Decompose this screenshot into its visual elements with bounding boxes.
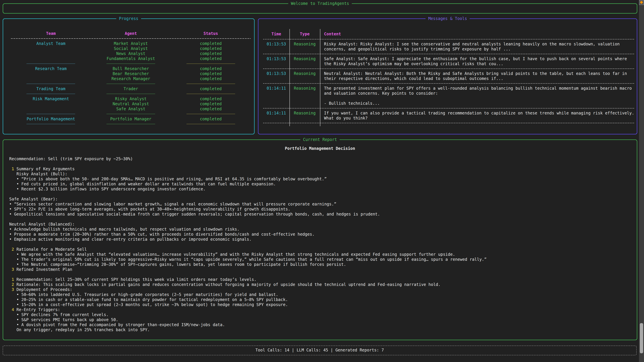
agent-cell: Risky Analyst (91, 96, 171, 101)
status-cell: completed (171, 56, 251, 61)
messages-panel-title: Messages & Tools (426, 16, 470, 21)
message-line: If you want, I can also provide a tactic… (324, 111, 634, 116)
report-line: On any trigger, redeploy in 25% tranches… (9, 327, 637, 332)
separator-line (106, 114, 155, 114)
report-line: • SPY declines 7% from current levels. (9, 312, 637, 317)
separator-cell (91, 81, 171, 86)
report-line: 1 Recommendation: Sell 25–30% of current… (9, 277, 637, 282)
separator-line (26, 63, 75, 64)
progress-table: Team Agent Status Analyst TeamMarket Ana… (11, 31, 251, 126)
message-row: 01:14:11ReasoningThe presented investmen… (263, 84, 634, 108)
list-number: 2 (12, 247, 14, 252)
column-header-type: Type (290, 31, 320, 36)
progress-row: Bear Researchercompleted (11, 71, 251, 76)
message-time: 01:13:53 (263, 41, 290, 46)
agent-cell: Trader (91, 86, 171, 91)
column-header-status: Status (171, 31, 251, 36)
separator-line (26, 94, 75, 94)
scrollbar-thumb[interactable] (640, 323, 643, 353)
report-line: • Propose a moderate trim (20–30%) rathe… (9, 232, 637, 237)
progress-row: Safe Analystcompleted (11, 106, 251, 111)
list-number: 1 (12, 277, 14, 282)
progress-panel: Progress Team Agent Status Analyst TeamM… (3, 18, 254, 134)
separator-cell (11, 81, 91, 86)
agent-cell: News Analyst (91, 51, 171, 56)
separator-cell (91, 61, 171, 66)
report-line: • The Neutral compromise—“trimming 20–30… (9, 262, 637, 267)
status-cell: completed (171, 66, 251, 71)
message-line: What do you think? (324, 116, 634, 121)
report-line (9, 217, 637, 222)
report-line: 1 Summary of Key Arguments (9, 166, 637, 171)
message-time: 01:13:53 (263, 71, 290, 76)
separator-line (186, 114, 235, 114)
message-line: their respective directions, which could… (324, 76, 634, 81)
status-cell: completed (171, 86, 251, 91)
agent-cell: Neutral Analyst (91, 101, 171, 106)
report-line: Safe Analyst (Bear): (9, 197, 637, 202)
separator-line (26, 124, 75, 124)
status-cell: completed (171, 101, 251, 106)
column-header-content: Content (320, 31, 634, 36)
report-line: Risky Analyst (Bull): (9, 171, 637, 176)
record-indicator-icon (640, 1, 643, 4)
column-divider (290, 29, 290, 126)
progress-row: News Analystcompleted (11, 51, 251, 56)
team-cell: Trading Team (11, 86, 91, 91)
message-row: 01:13:53ReasoningNeutral Analyst: Neutra… (263, 69, 634, 84)
team-cell (11, 51, 91, 56)
message-content: Safe Analyst: Safe Analyst: I appreciate… (320, 56, 634, 66)
report-line: 3 Deployment of Proceeds: (9, 287, 637, 292)
header-separator (11, 36, 251, 41)
message-type: Reasoning (290, 86, 320, 91)
message-time: 01:14:11 (263, 111, 290, 116)
welcome-title: Welcome to TradingAgents (288, 1, 352, 6)
report-line (9, 161, 637, 166)
message-content: If you want, I can also provide a tactic… (320, 111, 634, 121)
separator-cell (171, 81, 251, 86)
progress-row: Research TeamBull Researchercompleted (11, 66, 251, 71)
separator-line (186, 63, 235, 64)
progress-row: Fundamentals Analystcompleted (11, 56, 251, 61)
team-cell (11, 106, 91, 111)
agent-cell: Bear Researcher (91, 71, 171, 76)
scrollbar[interactable] (639, 0, 644, 362)
separator-cell (91, 121, 171, 126)
team-cell (11, 71, 91, 76)
separator-cell (91, 91, 171, 96)
status-cell: completed (171, 106, 251, 111)
message-type: Reasoning (290, 41, 320, 46)
separator-cell (11, 121, 91, 126)
separator-cell (171, 121, 251, 126)
team-cell (11, 101, 91, 106)
progress-panel-title: Progress (116, 16, 141, 21)
team-cell: Research Team (11, 66, 91, 71)
column-divider (320, 29, 320, 126)
report-line (9, 272, 637, 277)
report-panel-title: Current Report (300, 137, 340, 142)
message-row: 01:14:11ReasoningIf you want, I can also… (263, 108, 634, 123)
message-line: - Bullish technicals... (324, 101, 634, 106)
column-header-team: Team (11, 31, 91, 36)
separator-cell (171, 91, 251, 96)
section-separator-row (11, 91, 251, 96)
team-cell (11, 76, 91, 81)
message-line: concerns, and geopolitical risks to just… (324, 46, 634, 52)
progress-row: Analyst TeamMarket Analystcompleted (11, 41, 251, 46)
progress-header-row: Team Agent Status (11, 31, 251, 36)
message-line (324, 96, 634, 101)
report-body: Recommendation: Sell (trim SPY exposure … (3, 156, 637, 332)
status-cell: completed (171, 46, 251, 51)
agent-cell: Market Analyst (91, 41, 171, 46)
report-line: • 50–60% into laddered U.S. Treasuries o… (9, 292, 637, 297)
footer-panel: Tool Calls: 14 | LLM Calls: 45 | Generat… (3, 346, 636, 355)
footer-stats: Tool Calls: 14 | LLM Calls: 45 | Generat… (3, 346, 636, 354)
list-number: 4 (12, 307, 14, 312)
separator-cell (171, 111, 251, 116)
message-line: the Risky Analyst’s optimism may be over… (324, 61, 634, 66)
message-row: 01:13:53ReasoningRisky Analyst: Risky An… (263, 39, 634, 54)
separator-line (186, 84, 235, 84)
list-number: 2 (12, 282, 14, 287)
report-line (9, 242, 637, 247)
message-time: 01:13:53 (263, 56, 290, 61)
